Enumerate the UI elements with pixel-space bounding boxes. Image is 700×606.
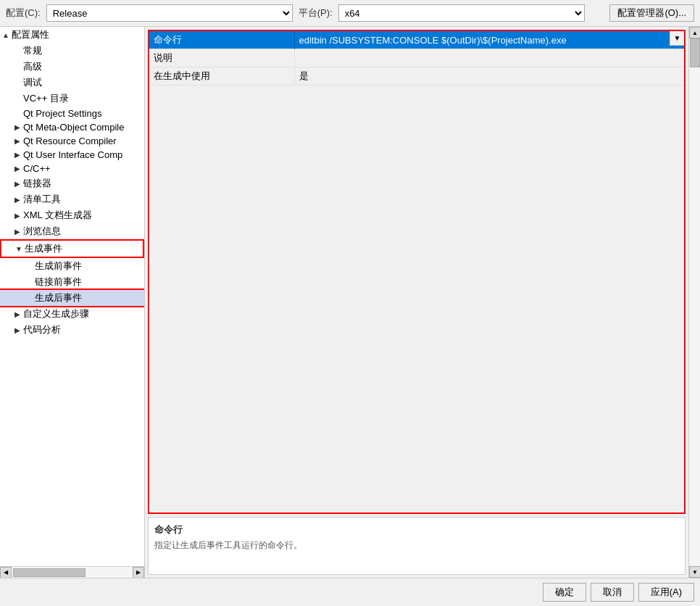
tree-arrow-browse: ▶ <box>12 228 23 236</box>
tree-label-vcpp: VC++ 目录 <box>23 92 69 105</box>
description-text: 指定让生成后事件工具运行的命令行。 <box>154 539 679 552</box>
right-scrollbar: ▲ ▼ <box>688 27 700 578</box>
table-row-use-in-build[interactable]: 在生成中使用 是 <box>149 67 684 86</box>
config-label: 配置(C): <box>6 7 41 20</box>
tree-panel: ▲ 配置属性 常规 高级 调试 VC++ 目录 Qt Project Setti… <box>0 27 145 578</box>
tree-arrow-qt-ui: ▶ <box>12 151 23 159</box>
apply-button[interactable]: 应用(A) <box>638 583 694 602</box>
tree-item-post-build[interactable]: 生成后事件 <box>0 290 144 306</box>
tree-scroll-right-btn[interactable]: ▶ <box>133 567 144 578</box>
table-row-description[interactable]: 说明 <box>149 49 684 67</box>
tree-arrow-xml: ▶ <box>12 212 23 220</box>
tree-scroll-thumb[interactable] <box>13 568 86 577</box>
tree-item-browse[interactable]: ▶ 浏览信息 <box>0 223 144 239</box>
ok-button[interactable]: 确定 <box>543 583 586 602</box>
property-table: 命令行 editbin /SUBSYSTEM:CONSOLE $(OutDir)… <box>149 31 684 86</box>
tree-arrow-qt-meta: ▶ <box>12 123 23 131</box>
tree-label-linker: 链接器 <box>23 177 51 190</box>
tree-label-qt-meta: Qt Meta-Object Compile <box>23 122 124 133</box>
property-table-wrapper: 命令行 editbin /SUBSYSTEM:CONSOLE $(OutDir)… <box>148 30 686 514</box>
tree-item-qt-ui[interactable]: ▶ Qt User Interface Comp <box>0 148 144 162</box>
tree-item-vcpp[interactable]: VC++ 目录 <box>0 91 144 107</box>
config-manager-button[interactable]: 配置管理器(O)... <box>609 4 694 22</box>
tree-arrow-manifest: ▶ <box>12 196 23 204</box>
cancel-button[interactable]: 取消 <box>591 583 634 602</box>
tree-arrow-build-events: ▼ <box>13 245 25 253</box>
tree-scroll-track <box>12 567 133 578</box>
tree-item-build-events[interactable]: ▼ 生成事件 <box>0 239 144 258</box>
tree-item-manifest[interactable]: ▶ 清单工具 <box>0 191 144 207</box>
tree-label-custom-step: 自定义生成步骤 <box>23 307 89 320</box>
bottom-bar: 确定 取消 应用(A) <box>0 578 700 606</box>
tree-arrow-root: ▲ <box>0 31 12 39</box>
tree-item-pre-build[interactable]: 生成前事件 <box>0 258 144 274</box>
description-panel: 命令行 指定让生成后事件工具运行的命令行。 <box>148 517 686 575</box>
property-key-command: 命令行 <box>149 31 294 49</box>
tree-label-manifest: 清单工具 <box>23 193 61 206</box>
tree-arrow-linker: ▶ <box>12 180 23 188</box>
property-value-description <box>294 49 684 67</box>
tree-item-qt-meta[interactable]: ▶ Qt Meta-Object Compile <box>0 120 144 134</box>
property-key-description: 说明 <box>149 49 294 67</box>
scroll-down-btn[interactable]: ▼ <box>689 566 700 578</box>
tree-item-advanced[interactable]: 高级 <box>0 59 144 75</box>
tree-item-qt-resource[interactable]: ▶ Qt Resource Compiler <box>0 134 144 148</box>
scroll-thumb[interactable] <box>690 38 700 67</box>
property-value-use-in-build: 是 <box>294 67 684 86</box>
tree-item-debug[interactable]: 调试 <box>0 75 144 91</box>
tree-label-pre-build: 生成前事件 <box>35 260 82 273</box>
scroll-up-btn[interactable]: ▲ <box>689 27 700 38</box>
tree-arrow-cpp: ▶ <box>12 165 23 173</box>
tree-label-cpp: C/C++ <box>23 163 51 174</box>
right-panel: 命令行 editbin /SUBSYSTEM:CONSOLE $(OutDir)… <box>145 27 688 578</box>
main-content: ▲ 配置属性 常规 高级 调试 VC++ 目录 Qt Project Setti… <box>0 27 700 578</box>
tree-label-xml: XML 文档生成器 <box>23 209 92 222</box>
tree-label-root: 配置属性 <box>12 28 49 41</box>
tree-arrow-custom-step: ▶ <box>12 310 23 318</box>
tree-label-browse: 浏览信息 <box>23 225 61 238</box>
tree-item-cpp[interactable]: ▶ C/C++ <box>0 162 144 175</box>
property-value-command: editbin /SUBSYSTEM:CONSOLE $(OutDir)\$(P… <box>294 31 684 49</box>
tree-label-general: 常规 <box>23 44 42 57</box>
table-row-command[interactable]: 命令行 editbin /SUBSYSTEM:CONSOLE $(OutDir)… <box>149 31 684 49</box>
platform-select[interactable]: x64 <box>338 4 585 22</box>
tree-item-general[interactable]: 常规 <box>0 43 144 59</box>
tree-item-code-analysis[interactable]: ▶ 代码分析 <box>0 322 144 338</box>
property-key-use-in-build: 在生成中使用 <box>149 67 294 86</box>
description-title: 命令行 <box>154 523 679 536</box>
tree-label-advanced: 高级 <box>23 60 42 73</box>
platform-label: 平台(P): <box>299 7 333 20</box>
tree-label-qt-resource: Qt Resource Compiler <box>23 136 117 146</box>
tree-arrow-code-analysis: ▶ <box>12 326 23 334</box>
tree-label-qt-project: Qt Project Settings <box>23 108 101 119</box>
tree-horizontal-scrollbar[interactable]: ◀ ▶ <box>0 566 144 578</box>
tree-label-post-build: 生成后事件 <box>35 291 82 304</box>
tree-label-qt-ui: Qt User Interface Comp <box>23 149 122 160</box>
tree-item-pre-link[interactable]: 链接前事件 <box>0 274 144 290</box>
tree-scroll-left-btn[interactable]: ◀ <box>0 567 12 578</box>
expand-button[interactable]: ▼ <box>670 31 684 46</box>
tree-item-xml[interactable]: ▶ XML 文档生成器 <box>0 207 144 223</box>
tree-item-linker[interactable]: ▶ 链接器 <box>0 175 144 191</box>
tree-item-custom-step[interactable]: ▶ 自定义生成步骤 <box>0 306 144 322</box>
tree-label-code-analysis: 代码分析 <box>23 323 61 336</box>
tree-label-build-events: 生成事件 <box>25 242 62 255</box>
config-select[interactable]: Release <box>46 4 293 22</box>
top-bar: 配置(C): Release 平台(P): x64 配置管理器(O)... <box>0 0 700 27</box>
tree-item-root[interactable]: ▲ 配置属性 <box>0 27 144 43</box>
tree-item-qt-project[interactable]: Qt Project Settings <box>0 107 144 120</box>
tree-label-pre-link: 链接前事件 <box>35 275 82 289</box>
scroll-track[interactable] <box>689 38 700 566</box>
tree-arrow-qt-resource: ▶ <box>12 137 23 145</box>
tree-label-debug: 调试 <box>23 76 42 89</box>
